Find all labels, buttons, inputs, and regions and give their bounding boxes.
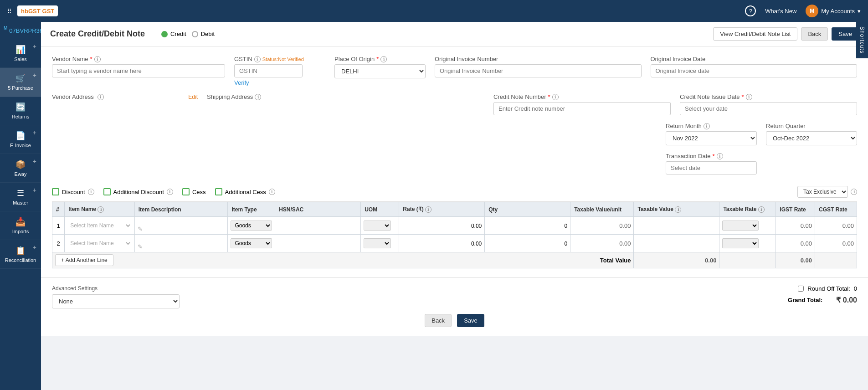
row1-item-name[interactable]: Select Item Name	[65, 217, 134, 235]
row2-taxable-rate-select[interactable]	[722, 238, 759, 248]
row2-qty[interactable]	[485, 235, 570, 252]
additional-cess-checkbox[interactable]	[215, 188, 222, 195]
tax-exclusive-info-icon[interactable]: ℹ	[851, 189, 857, 195]
row2-rate[interactable]	[399, 235, 485, 252]
view-list-button[interactable]: View Credit/Debit Note List	[713, 27, 797, 41]
sidebar-einvoice-plus[interactable]: +	[33, 129, 36, 136]
add-another-line-button[interactable]: + Add Another Line	[55, 254, 113, 266]
discount-checkbox[interactable]	[52, 188, 59, 195]
additional-discount-checkbox[interactable]	[103, 188, 111, 195]
row2-taxable-value-input[interactable]	[637, 241, 716, 247]
row2-item-name[interactable]: Select Item Name	[65, 235, 134, 252]
row1-item-name-select[interactable]: Select Item Name	[67, 221, 131, 230]
row1-hsn-sac[interactable]	[275, 217, 361, 235]
tax-exclusive-select[interactable]: Tax Exclusive Tax Inclusive	[797, 186, 848, 198]
sidebar-reconciliation-plus[interactable]: +	[33, 244, 36, 251]
row2-qty-input[interactable]	[488, 241, 567, 247]
row1-item-type[interactable]: Goods Services	[228, 217, 275, 235]
credit-note-issue-date-input[interactable]	[680, 102, 857, 115]
grid-icon[interactable]: ⠿	[7, 8, 12, 15]
row2-item-type[interactable]: Goods Services	[228, 235, 275, 252]
help-icon[interactable]: ?	[745, 5, 756, 16]
row1-taxable-value-input[interactable]	[637, 223, 716, 229]
additional-discount-info-icon[interactable]: ℹ	[167, 189, 173, 195]
sidebar-sales-plus[interactable]: +	[33, 43, 36, 50]
shortcuts-bar[interactable]: Shortcuts	[856, 22, 868, 58]
cess-checkbox-group[interactable]: Cess	[182, 188, 206, 195]
row2-desc-input[interactable]	[138, 237, 225, 243]
return-month-select[interactable]: Nov 2022 Oct 2022 Dec 2022	[666, 131, 757, 145]
return-month-info-icon[interactable]: ℹ	[704, 123, 710, 129]
row2-hsn-input[interactable]	[278, 241, 358, 247]
sidebar-item-einvoice[interactable]: + 📄 E-Invoice	[0, 125, 41, 154]
taxable-value-info-icon[interactable]: ℹ	[675, 206, 681, 213]
row1-hsn-input[interactable]	[278, 223, 358, 229]
credit-note-number-input[interactable]	[493, 102, 671, 115]
shipping-address-info-icon[interactable]: ℹ	[255, 94, 261, 100]
row2-uom-select[interactable]	[364, 238, 391, 248]
gstin-input[interactable]	[234, 64, 303, 77]
row1-taxable-value[interactable]	[634, 217, 719, 235]
original-invoice-date-input[interactable]	[651, 64, 858, 77]
place-of-origin-info-icon[interactable]: ℹ	[380, 56, 387, 62]
verify-link[interactable]: Verify	[234, 79, 325, 86]
sidebar-user-code[interactable]: M 07BVRPR3650J1ZY	[0, 22, 41, 39]
row1-qty-input[interactable]	[488, 223, 567, 229]
row1-uom-select[interactable]	[364, 221, 391, 231]
sidebar-item-reconciliation[interactable]: + 📋 Reconciliation	[0, 240, 41, 269]
row1-desc-input[interactable]	[138, 219, 225, 226]
whats-new-link[interactable]: What's New	[765, 8, 796, 15]
vendor-name-info-icon[interactable]: ℹ	[94, 56, 101, 62]
sidebar-item-sales[interactable]: + 📊 Sales	[0, 39, 41, 68]
transaction-date-info-icon[interactable]: ℹ	[717, 153, 723, 159]
row2-item-type-select[interactable]: Goods Services	[231, 238, 272, 248]
row2-taxable-rate[interactable]	[719, 235, 776, 252]
save-button-bottom[interactable]: Save	[457, 314, 484, 327]
row1-uom[interactable]	[361, 217, 399, 235]
additional-cess-info-icon[interactable]: ℹ	[269, 189, 275, 195]
discount-info-icon[interactable]: ℹ	[88, 189, 94, 195]
credit-note-issue-date-info-icon[interactable]: ℹ	[746, 94, 752, 100]
cess-checkbox[interactable]	[182, 188, 190, 195]
back-button-bottom[interactable]: Back	[425, 314, 452, 327]
vendor-address-edit[interactable]: Edit	[188, 94, 198, 100]
original-invoice-number-input[interactable]	[435, 64, 642, 77]
debit-radio[interactable]: Debit	[192, 31, 215, 37]
additional-discount-checkbox-group[interactable]: Additional Discount ℹ	[103, 188, 173, 195]
row2-item-name-select[interactable]: Select Item Name	[67, 239, 131, 248]
sidebar-item-master[interactable]: + ☰ Master	[0, 183, 41, 211]
transaction-date-input[interactable]	[666, 161, 757, 174]
rate-info-icon[interactable]: ℹ	[425, 206, 431, 213]
row1-item-type-select[interactable]: Goods Services	[231, 221, 272, 231]
advanced-settings-select[interactable]: None	[52, 294, 180, 308]
return-quarter-select[interactable]: Oct-Dec 2022 Jul-Sep 2022	[766, 131, 857, 145]
taxable-rate-info-icon[interactable]: ℹ	[758, 206, 765, 213]
sidebar-item-eway[interactable]: + 📦 Eway	[0, 154, 41, 183]
sidebar-eway-plus[interactable]: +	[33, 158, 36, 165]
credit-radio[interactable]: Credit	[161, 31, 186, 37]
round-off-checkbox[interactable]	[798, 286, 804, 292]
place-of-origin-select[interactable]: DELHI	[334, 64, 426, 78]
row1-qty[interactable]	[485, 217, 570, 235]
item-name-info-icon[interactable]: ℹ	[98, 206, 104, 213]
row2-rate-input[interactable]	[402, 241, 482, 247]
sidebar-item-returns[interactable]: 🔄 Returns	[0, 97, 41, 125]
sidebar-purchase-plus[interactable]: +	[33, 72, 36, 79]
row2-item-description[interactable]: ✎	[134, 235, 228, 252]
row2-hsn-sac[interactable]	[275, 235, 361, 252]
sidebar-master-plus[interactable]: +	[33, 186, 36, 194]
discount-checkbox-group[interactable]: Discount ℹ	[52, 188, 94, 195]
my-accounts-menu[interactable]: M My Accounts ▾	[806, 5, 861, 17]
row1-rate-input[interactable]	[402, 223, 482, 229]
vendor-address-info-icon[interactable]: ℹ	[98, 94, 104, 100]
gstin-info-icon[interactable]: ℹ	[254, 56, 261, 62]
row2-uom[interactable]	[361, 235, 399, 252]
row1-taxable-rate[interactable]	[719, 217, 776, 235]
row2-taxable-value[interactable]	[634, 235, 719, 252]
vendor-name-input[interactable]	[52, 64, 225, 77]
credit-note-number-info-icon[interactable]: ℹ	[552, 94, 559, 100]
row1-rate[interactable]	[399, 217, 485, 235]
row1-taxable-rate-select[interactable]	[722, 221, 759, 231]
additional-cess-checkbox-group[interactable]: Additional Cess ℹ	[215, 188, 275, 195]
save-button-top[interactable]: Save	[832, 27, 859, 41]
